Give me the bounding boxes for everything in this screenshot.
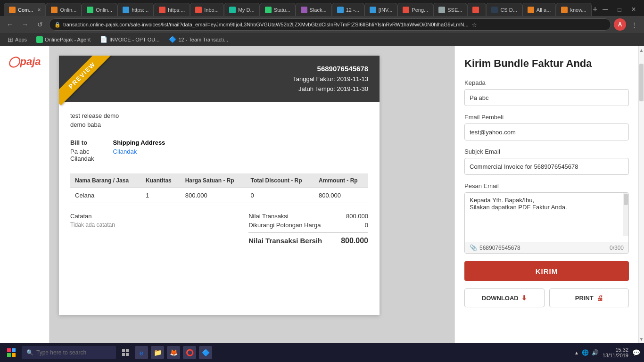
app-logo: ◯paja <box>2 52 46 72</box>
minimize-button[interactable]: ─ <box>599 3 612 16</box>
download-button[interactable]: DOWNLOAD ⬇ <box>464 288 545 307</box>
scroll-track <box>639 54 644 335</box>
kepada-input[interactable] <box>464 89 629 106</box>
textarea-scroll-thumb <box>624 194 628 205</box>
tab-alla[interactable]: All a... <box>522 3 556 16</box>
svg-rect-6 <box>122 353 125 356</box>
invoice-document: PREVIEW 5689076545678 Tanggal Faktur: 20… <box>59 56 380 315</box>
svg-rect-5 <box>126 349 129 352</box>
col-kuantitas: Kuantitas <box>141 173 181 188</box>
right-panel-scrollbar[interactable]: ▲ ▼ <box>638 46 644 343</box>
subjek-input[interactable] <box>464 158 629 175</box>
tab-online1[interactable]: Onlin... <box>46 3 82 16</box>
task-view-button[interactable] <box>119 346 132 359</box>
tab-favicon <box>301 7 307 13</box>
tab-favicon <box>51 7 58 13</box>
explorer-icon: 📁 <box>154 349 162 356</box>
system-tray-icons: ▲ 🌐 🔊 <box>574 349 599 356</box>
tab-sse[interactable]: SSE... <box>433 3 467 16</box>
close-button[interactable]: × <box>627 3 640 16</box>
tab-c[interactable]: C × <box>467 3 486 16</box>
taskbar-clock[interactable]: 15:32 13/11/2019 <box>603 347 628 358</box>
chrome-button[interactable]: ⭕ <box>183 346 196 359</box>
invoice-area: PREVIEW 5689076545678 Tanggal Faktur: 20… <box>50 46 454 343</box>
volume-icon[interactable]: 🔊 <box>592 349 599 356</box>
send-button[interactable]: KIRIM <box>464 261 629 281</box>
new-tab-button[interactable]: + <box>592 3 599 16</box>
tab-online2[interactable]: Onlin... <box>82 3 117 16</box>
addresses-block: Bill to Pa abc Cilandak Shipping Address… <box>70 139 368 162</box>
tab-label: Slack... <box>310 7 327 13</box>
back-button[interactable]: ← <box>4 18 16 31</box>
table-row: Celana 1 800.000 0 800.000 <box>70 188 368 203</box>
browser-menu-button[interactable]: ⋮ <box>628 18 640 31</box>
email-input[interactable] <box>464 123 629 140</box>
tab-peng[interactable]: Peng... <box>397 3 433 16</box>
taskbar-right: ▲ 🌐 🔊 15:32 13/11/2019 💬 <box>574 347 640 358</box>
bookmark-apps[interactable]: ⊞ Apps <box>4 35 31 44</box>
right-panel: Kirim Bundle Faktur Anda Kepada Email Pe… <box>454 46 638 343</box>
tray-up-icon[interactable]: ▲ <box>574 350 579 355</box>
tab-label: Onlin... <box>60 7 76 13</box>
textarea-footer: 📎 5689076545678 0/300 <box>465 242 628 253</box>
totals-area: Nilai Transaksi 800.000 Dikurangi Potong… <box>248 213 368 247</box>
bookmark-team[interactable]: 🔷 12 - Team Transacti... <box>165 35 232 44</box>
tab-favicon <box>87 7 93 13</box>
tab-favicon <box>438 7 445 13</box>
bill-to-block: Bill to Pa abc Cilandak <box>70 139 94 162</box>
taskbar-search-input[interactable] <box>36 349 111 356</box>
scroll-up-arrow[interactable]: ▲ <box>639 46 644 54</box>
profile-button[interactable]: A <box>614 18 626 31</box>
unknown-button[interactable]: 🔷 <box>199 346 212 359</box>
forward-button[interactable]: → <box>19 18 31 31</box>
bill-to-title: Bill to <box>70 139 94 146</box>
tab-inv[interactable]: [INV... <box>364 3 398 16</box>
app-icon: 🔷 <box>202 349 210 356</box>
scroll-down-arrow[interactable]: ▼ <box>639 335 644 343</box>
tab-close-icon[interactable]: × <box>37 7 41 13</box>
textarea-scrollbar[interactable] <box>623 193 628 236</box>
pesan-textarea[interactable]: Kepada Yth. Bapak/Ibu, Silakan dapatkan … <box>465 193 628 240</box>
tab-label: https:... <box>168 7 185 13</box>
bookmarks-bar: ⊞ Apps OnlinePajak - Agent 📄 INVOICE - O… <box>0 33 644 46</box>
edge-button[interactable]: e <box>135 346 148 359</box>
preview-label: PREVIEW <box>59 56 112 105</box>
tab-csd[interactable]: CS D... <box>486 3 522 16</box>
nilai-bersih-value: 800.000 <box>341 237 368 245</box>
start-button[interactable] <box>4 345 19 360</box>
bookmark-invoice[interactable]: 📄 INVOICE - OPT OU... <box>96 35 163 44</box>
tab-https1[interactable]: https:... <box>117 3 154 16</box>
firefox-icon: 🦊 <box>170 349 178 356</box>
invoice-body: test release demo demo baba Bill to Pa a… <box>59 102 380 256</box>
tab-12[interactable]: 12 -... <box>332 3 364 16</box>
reload-button[interactable]: ↺ <box>34 18 46 31</box>
address-bar: ← → ↺ 🔒 transaction.online-pajak.com/sal… <box>0 16 644 33</box>
svg-rect-7 <box>126 353 129 356</box>
maximize-button[interactable]: □ <box>613 3 626 16</box>
taskbar-left: 🔍 e 📁 🦊 ⭕ 🔷 <box>4 345 212 360</box>
tab-inbox[interactable]: Inbo... <box>190 3 224 16</box>
url-bar[interactable]: 🔒 transaction.online-pajak.com/sale-invo… <box>49 18 611 31</box>
tab-slack[interactable]: Slack... <box>296 3 332 16</box>
tab-status[interactable]: Statu... <box>260 3 296 16</box>
bookmark-star-icon[interactable]: ☆ <box>471 21 477 28</box>
col-harga: Harga Satuan - Rp <box>181 173 246 188</box>
tab-myd[interactable]: My D... <box>224 3 260 16</box>
firefox-button[interactable]: 🦊 <box>167 346 180 359</box>
taskbar-search[interactable]: 🔍 <box>22 346 116 359</box>
tab-know[interactable]: know... <box>556 3 591 16</box>
attachment-label: 📎 5689076545678 <box>470 244 520 251</box>
tab-favicon <box>337 7 344 13</box>
dikurangi-label: Dikurangi Potongan Harga <box>248 222 321 229</box>
print-button[interactable]: PRINT 🖨 <box>549 288 629 307</box>
bookmark-onlinepajak[interactable]: OnlinePajak - Agent <box>33 35 94 44</box>
tab-label: [INV... <box>379 7 393 13</box>
network-icon[interactable]: 🌐 <box>582 349 589 356</box>
tab-commercial[interactable]: Com... × <box>4 3 46 16</box>
notification-icon[interactable]: 💬 <box>632 349 640 356</box>
jatuh-tempo: Jatuh Tempo: 2019-11-30 <box>293 84 368 94</box>
print-label: PRINT <box>575 295 594 302</box>
explorer-button[interactable]: 📁 <box>151 346 164 359</box>
tab-https2[interactable]: https:... <box>154 3 190 16</box>
clock-time: 15:32 <box>603 347 628 353</box>
